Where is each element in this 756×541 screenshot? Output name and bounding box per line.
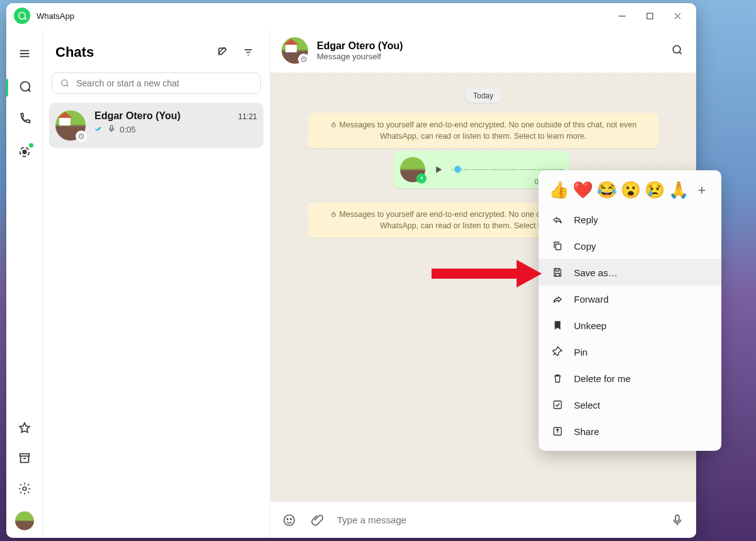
chat-name: Edgar Otero (You) <box>94 110 238 122</box>
chat-list-panel: Chats Edgar Otero (You) 11:21 <box>43 28 270 538</box>
encryption-banner[interactable]: Messages to yourself are end-to-end encr… <box>308 113 658 148</box>
window-close-button[interactable] <box>663 6 691 26</box>
svg-point-4 <box>62 80 67 86</box>
voice-sender-avatar <box>400 157 425 182</box>
svg-point-14 <box>290 518 292 520</box>
settings-icon[interactable] <box>17 481 32 496</box>
menu-icon[interactable] <box>17 46 32 61</box>
calls-tab-icon[interactable] <box>17 112 32 127</box>
svg-point-13 <box>287 518 288 520</box>
conversation-name: Edgar Otero (You) <box>317 40 662 52</box>
menu-reply[interactable]: Reply <box>539 206 721 233</box>
svg-point-12 <box>284 515 295 525</box>
chat-list-item[interactable]: Edgar Otero (You) 11:21 0:05 <box>49 103 263 148</box>
svg-rect-16 <box>556 244 561 250</box>
mic-button-icon[interactable] <box>670 513 685 528</box>
reaction-bar: 👍 ❤️ 😂 😮 😢 🙏 + <box>539 177 721 206</box>
reaction-heart[interactable]: ❤️ <box>573 180 593 200</box>
reply-icon <box>551 213 564 226</box>
menu-copy[interactable]: Copy <box>539 233 721 259</box>
chat-avatar <box>55 110 86 141</box>
annotation-arrow <box>432 260 542 288</box>
svg-rect-17 <box>554 401 561 409</box>
message-input-bar <box>270 501 696 538</box>
message-context-menu: 👍 ❤️ 😂 😮 😢 🙏 + Reply Copy Save as… Forwa… <box>539 170 721 451</box>
chat-preview-duration: 0:05 <box>120 125 135 134</box>
trash-icon <box>551 372 564 385</box>
date-pill: Today <box>466 89 501 103</box>
archived-icon[interactable] <box>17 451 32 466</box>
lock-icon <box>330 121 337 128</box>
conversation-search-icon[interactable] <box>671 44 685 57</box>
conversation-avatar <box>282 37 308 64</box>
menu-save-as[interactable]: Save as… <box>539 259 721 286</box>
search-field[interactable] <box>76 78 253 88</box>
new-chat-icon[interactable] <box>214 44 232 61</box>
menu-forward[interactable]: Forward <box>539 286 721 312</box>
whatsapp-logo-icon <box>14 8 30 24</box>
self-badge-icon <box>76 131 87 142</box>
reaction-laugh[interactable]: 😂 <box>597 180 617 200</box>
self-badge-icon <box>298 54 309 65</box>
menu-delete[interactable]: Delete for me <box>539 365 721 392</box>
active-tab-indicator <box>6 79 8 96</box>
window-minimize-button[interactable] <box>608 6 636 26</box>
lock-icon <box>330 211 337 218</box>
forward-icon <box>551 293 564 305</box>
reaction-more-icon[interactable]: + <box>692 181 711 200</box>
menu-select[interactable]: Select <box>539 392 721 418</box>
attach-icon[interactable] <box>309 513 324 528</box>
menu-pin[interactable]: Pin <box>539 339 721 365</box>
save-icon <box>551 266 564 279</box>
svg-rect-11 <box>331 214 335 216</box>
filter-icon[interactable] <box>239 44 257 61</box>
svg-rect-10 <box>421 177 422 179</box>
reaction-thumbs-up[interactable]: 👍 <box>549 180 569 200</box>
conversation-subtitle: Message yourself <box>317 52 662 61</box>
pin-icon <box>551 346 564 358</box>
emoji-icon[interactable] <box>282 513 297 528</box>
share-icon <box>551 425 564 438</box>
chats-heading: Chats <box>55 44 207 61</box>
svg-rect-0 <box>647 13 653 19</box>
svg-rect-9 <box>331 124 335 127</box>
svg-rect-15 <box>675 515 679 521</box>
message-input[interactable] <box>337 515 657 525</box>
starred-icon[interactable] <box>17 421 32 436</box>
play-button[interactable] <box>430 161 447 178</box>
search-icon <box>60 78 70 88</box>
svg-point-2 <box>23 150 26 154</box>
search-input[interactable] <box>52 73 261 94</box>
svg-point-8 <box>673 45 680 53</box>
reaction-pray[interactable]: 🙏 <box>668 180 689 200</box>
mic-icon <box>107 124 116 135</box>
chats-tab-icon[interactable] <box>17 79 32 94</box>
reaction-wow[interactable]: 😮 <box>621 180 641 200</box>
menu-unkeep[interactable]: Unkeep <box>539 312 721 339</box>
reaction-sad[interactable]: 😢 <box>644 180 665 200</box>
voice-playhead[interactable] <box>454 166 461 173</box>
app-title: WhatsApp <box>37 11 74 21</box>
bookmark-icon <box>551 319 564 332</box>
chat-time: 11:21 <box>238 112 257 121</box>
svg-point-3 <box>23 487 26 491</box>
nav-rail <box>6 28 43 538</box>
conversation-header[interactable]: Edgar Otero (You) Message yourself <box>270 28 696 73</box>
svg-rect-6 <box>110 125 113 129</box>
titlebar: WhatsApp <box>6 3 696 28</box>
profile-avatar[interactable] <box>15 511 34 530</box>
menu-share[interactable]: Share <box>539 418 721 445</box>
select-icon <box>551 398 564 411</box>
copy-icon <box>551 240 564 252</box>
status-tab-icon[interactable] <box>17 144 32 160</box>
read-ticks-icon <box>94 124 103 135</box>
window-maximize-button[interactable] <box>636 6 663 26</box>
